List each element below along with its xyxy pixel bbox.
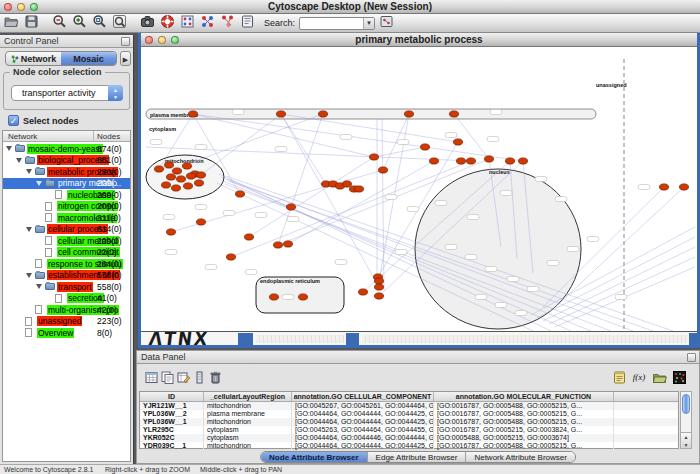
zoom-button[interactable] — [30, 3, 38, 11]
search-dropdown-icon[interactable]: ▼ — [363, 18, 374, 29]
tree-item-macromolecule[interactable]: macromolecule311(0) — [3, 212, 130, 224]
open-icon[interactable] — [3, 13, 20, 29]
network-node[interactable] — [270, 294, 279, 300]
tab-network-attribute-browser[interactable]: Network Attribute Browser — [466, 452, 574, 462]
network-node[interactable] — [189, 111, 198, 117]
network-node[interactable] — [379, 167, 388, 173]
trash-icon[interactable] — [207, 369, 223, 385]
overview-icon[interactable] — [179, 13, 196, 29]
network-node[interactable] — [457, 158, 466, 164]
select-attributes-icon[interactable] — [143, 369, 159, 385]
network-node[interactable] — [375, 293, 384, 299]
network-node[interactable] — [177, 176, 186, 182]
scrollbar-thumb[interactable] — [682, 394, 690, 414]
network-node[interactable] — [197, 219, 206, 225]
table-row[interactable]: YJR121W__1mitochondrion[GO:0045267, GO:0… — [140, 402, 678, 410]
table-row[interactable]: YPL036W__1mitochondrion[GO:0044464, GO:0… — [140, 418, 678, 426]
vizmapper-icon[interactable] — [199, 13, 216, 29]
tree-item-mosaic-demo-yeast[interactable]: mosaic-demo-yeast874(0) — [3, 143, 130, 155]
tree-item-metabolic-process[interactable]: metabolic process280(0) — [3, 166, 130, 178]
column-header[interactable]: ID — [140, 392, 204, 401]
folder-icon[interactable] — [651, 369, 667, 385]
filter-icon[interactable] — [219, 13, 236, 29]
network-node[interactable] — [227, 254, 236, 260]
network-node[interactable] — [405, 111, 414, 117]
network-node[interactable] — [375, 278, 384, 284]
network-node[interactable] — [370, 154, 379, 160]
expander-icon[interactable] — [26, 273, 32, 278]
network-zoom-button[interactable] — [171, 36, 179, 44]
tree-item-cell-communicat[interactable]: cell communicat22(0) — [3, 247, 130, 259]
edit-attribute-icon[interactable] — [175, 369, 191, 385]
network-node[interactable] — [450, 111, 459, 117]
expander-icon[interactable] — [16, 158, 22, 163]
network-node[interactable] — [467, 158, 476, 164]
network-node[interactable] — [343, 181, 352, 187]
network-node[interactable] — [355, 186, 364, 192]
table-row[interactable]: YPL036W__2plasma membrane[GO:0044464, GO… — [140, 410, 678, 418]
network-window-titlebar[interactable]: primary metabolic process — [141, 33, 697, 47]
network-close-button[interactable] — [145, 36, 153, 44]
tree-item-nitrogen-compo[interactable]: nitrogen compo209(0) — [3, 201, 130, 213]
zoom-in-icon[interactable] — [71, 13, 88, 29]
network-node[interactable] — [421, 144, 430, 150]
table-scrollbar[interactable]: ▲▼ — [680, 391, 692, 449]
network-node[interactable] — [173, 168, 182, 174]
column-header[interactable]: _cellularLayoutRegion — [204, 392, 292, 401]
plugin-icon[interactable] — [378, 13, 395, 29]
minimize-button[interactable] — [17, 3, 25, 11]
expander-icon[interactable] — [36, 284, 42, 289]
tab-network[interactable]: Network — [6, 52, 61, 65]
expander-icon[interactable] — [6, 146, 12, 151]
network-node[interactable] — [245, 234, 254, 240]
annotation-icon[interactable] — [239, 13, 256, 29]
notepad-icon[interactable] — [611, 369, 627, 385]
network-node[interactable] — [183, 163, 192, 169]
network-node[interactable] — [165, 162, 174, 168]
tab-edge-attribute-browser[interactable]: Edge Attribute Browser — [368, 452, 467, 462]
zoom-fit-icon[interactable] — [91, 13, 108, 29]
tree-item-unassigned[interactable]: unassigned223(0) — [3, 316, 130, 328]
expander-icon[interactable] — [26, 227, 32, 232]
scrollbar-arrows[interactable]: ▲▼ — [681, 432, 691, 448]
network-node[interactable] — [430, 158, 439, 164]
tree-item-response-to-stimulu[interactable]: response to stimulu264(0) — [3, 258, 130, 270]
tree-item-transport[interactable]: transport558(0) — [3, 281, 130, 293]
help-icon[interactable] — [159, 13, 176, 29]
tree-item-secretion[interactable]: secretion41(0) — [3, 293, 130, 305]
table-row[interactable]: YKR052Ccytoplasm[GO:0044464, GO:0044446,… — [140, 434, 678, 442]
column-icon[interactable] — [191, 369, 207, 385]
network-node[interactable] — [454, 139, 463, 145]
column-header[interactable]: annotation.GO MOLECULAR_FUNCTION — [434, 392, 614, 401]
network-node[interactable] — [274, 242, 283, 248]
copy-attribute-icon[interactable] — [159, 369, 175, 385]
float-panel-icon[interactable] — [121, 37, 130, 46]
function-icon[interactable]: f(x) — [631, 369, 647, 385]
column-header[interactable]: annotation.GO CELLULAR_COMPONENT — [292, 392, 434, 401]
network-node[interactable] — [172, 185, 181, 191]
network-node[interactable] — [319, 111, 328, 117]
tab-node-attribute-browser[interactable]: Node Attribute Browser — [261, 452, 368, 462]
network-node[interactable] — [197, 172, 206, 178]
table-row[interactable]: YLR295Ccytoplasm[GO:0045263, GO:0044464,… — [140, 426, 678, 434]
table-row[interactable]: YDR039C__1mitochondrion[GO:0044464, GO:0… — [140, 442, 678, 450]
heatmap-icon[interactable] — [671, 369, 687, 385]
network-node[interactable] — [519, 158, 528, 164]
network-node[interactable] — [287, 204, 296, 210]
tree-item-nucleobase-[interactable]: nucleobase-209(0) — [3, 189, 130, 201]
tree-item-primary-metabo[interactable]: primary metabo209(... — [3, 178, 130, 190]
tree-item-biological-process[interactable]: biological_process651(0) — [3, 155, 130, 167]
zoom-selected-icon[interactable] — [111, 13, 128, 29]
network-minimize-button[interactable] — [158, 36, 166, 44]
tab-mosaic[interactable]: Mosaic — [61, 52, 116, 65]
network-node[interactable] — [277, 111, 286, 117]
network-node[interactable] — [187, 173, 196, 179]
tree-item-overview[interactable]: Overview8(0) — [3, 327, 130, 339]
network-node[interactable] — [162, 182, 171, 188]
network-node[interactable] — [506, 158, 515, 164]
close-button[interactable] — [4, 3, 12, 11]
expander-icon[interactable] — [26, 169, 32, 174]
network-node[interactable] — [195, 180, 204, 186]
tree-item-cellular-metabol[interactable]: cellular metabol209(0) — [3, 235, 130, 247]
network-node[interactable] — [236, 191, 245, 197]
